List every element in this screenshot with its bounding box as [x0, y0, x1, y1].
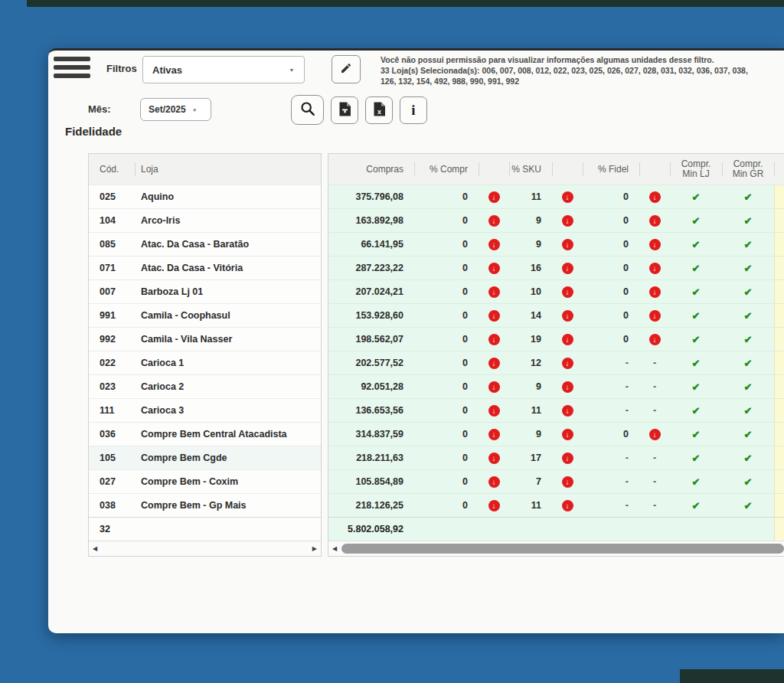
table-row[interactable]: 218.126,250↓11↓--✔✔ [328, 493, 784, 517]
pct-sku-status: ↓ [552, 399, 583, 422]
store-code: 085 [89, 233, 135, 256]
down-indicator-icon: ↓ [488, 263, 500, 274]
table-row[interactable]: 153.928,600↓14↓0↓✔✔ [328, 303, 784, 327]
table-row[interactable]: 022Carioca 1 [89, 351, 321, 374]
store-code: 991 [89, 304, 135, 327]
col-header-loja[interactable]: Loja [135, 154, 321, 185]
table-row[interactable]: 163.892,980↓9↓0↓✔✔ [328, 208, 784, 232]
info-button[interactable]: i [400, 96, 427, 124]
excel-export-button[interactable]: x [365, 96, 393, 124]
table-row[interactable]: 314.837,590↓9↓0↓✔✔ [328, 422, 784, 446]
pct-sku-value: 9 [509, 233, 552, 256]
table-row[interactable]: 085Atac. Da Casa - Baratão [89, 232, 321, 256]
table-row[interactable]: 111Carioca 3 [89, 398, 321, 422]
table-row[interactable]: 92.051,280↓9↓--✔✔ [328, 374, 784, 398]
pct-sku-status: ↓ [552, 351, 583, 374]
table-row[interactable]: 025Aquino [89, 185, 321, 208]
table-row[interactable]: 036Compre Bem Central Atacadista [89, 422, 321, 446]
edit-filter-button[interactable] [332, 55, 361, 83]
scroll-right-arrow-icon[interactable]: ▶ [312, 545, 317, 552]
col-header-pct-fidel[interactable]: % Fidel [583, 154, 639, 185]
check-icon: ✔ [744, 429, 753, 440]
table-row[interactable]: 991Camila - Coophasul [89, 303, 321, 327]
col-header-compr-min-gr[interactable]: Compr. Min GR [722, 154, 774, 185]
check-icon: ✔ [692, 191, 701, 203]
check-icon: ✔ [744, 263, 753, 274]
table-row[interactable]: 105.854,890↓7↓--✔✔ [328, 469, 784, 493]
table-row[interactable]: 104Arco-Iris [89, 208, 321, 232]
search-button[interactable] [291, 95, 324, 125]
pct-fidel-value: 0 [583, 257, 639, 279]
down-indicator-icon: ↓ [649, 239, 661, 250]
table-row[interactable]: 287.223,220↓16↓0↓✔✔ [328, 256, 784, 279]
check-icon: ✔ [744, 310, 753, 322]
table-row[interactable]: 375.796,080↓11↓0↓✔✔ [328, 185, 784, 208]
pct-compr-status: ↓ [479, 233, 509, 256]
col-header-cod[interactable]: Cód. [89, 154, 135, 185]
check-icon: ✔ [744, 191, 753, 203]
down-indicator-icon: ↓ [562, 476, 573, 488]
compras-value: 202.577,52 [328, 351, 414, 374]
store-name: Compre Bem - Gp Mais [135, 494, 321, 517]
pct-fidel-value: - [583, 351, 639, 374]
pct-compr-value: 0 [414, 494, 479, 517]
filter-dropdown[interactable]: Ativas ▼ [142, 56, 305, 83]
table-row[interactable]: 023Carioca 2 [89, 374, 321, 398]
compr-min-gr-cell: ✔ [722, 470, 774, 493]
scrollbar-thumb[interactable] [341, 544, 784, 554]
down-indicator-icon: ↓ [488, 191, 500, 203]
compr-min-gr-cell: ✔ [722, 375, 774, 398]
table-row[interactable]: 136.653,560↓11↓--✔✔ [328, 398, 784, 422]
right-horizontal-scrollbar[interactable]: ◀ [328, 541, 784, 556]
table-footer-right: 5.802.058,92 [328, 517, 784, 541]
col-header-pct-sku[interactable]: % SKU [509, 154, 552, 185]
compr-min-lj-cell: ✔ [670, 185, 722, 208]
down-indicator-icon: ↓ [649, 429, 661, 440]
table-row[interactable]: 66.141,950↓9↓0↓✔✔ [328, 232, 784, 256]
col-header-compras[interactable]: Compras [328, 154, 414, 185]
pct-compr-status: ↓ [479, 209, 509, 232]
month-dropdown[interactable]: Set/2025 ▼ [140, 98, 211, 121]
col-header-compr-min-lj[interactable]: Compr. Min LJ [670, 154, 722, 185]
table-row[interactable]: 105Compre Bem Cgde [89, 446, 321, 469]
compras-value: 153.928,60 [328, 304, 414, 327]
left-horizontal-scrollbar[interactable]: ◀ ▶ [89, 541, 321, 556]
table-row[interactable]: 207.024,210↓10↓0↓✔✔ [328, 279, 784, 303]
hamburger-icon[interactable] [54, 57, 90, 82]
dash-indicator: - [653, 358, 656, 368]
pct-fidel-status: ↓ [639, 328, 670, 351]
col-header-spacer [479, 154, 509, 185]
table-row[interactable]: 218.211,630↓17↓--✔✔ [328, 446, 784, 469]
pct-fidel-value: - [583, 494, 639, 517]
pct-compr-value: 0 [414, 280, 479, 303]
compras-total: 5.802.058,92 [328, 518, 414, 541]
store-code: 071 [89, 257, 135, 279]
row-count: 32 [89, 518, 135, 541]
table-row[interactable]: 992Camila - Vila Nasser [89, 327, 321, 351]
table-row[interactable]: 007Barboza Lj 01 [89, 279, 321, 303]
pdf-export-button[interactable] [331, 96, 358, 124]
pct-sku-status: ↓ [552, 446, 583, 469]
col-header-pct-compr[interactable]: % Compr [414, 154, 479, 185]
pct-sku-status: ↓ [552, 304, 583, 327]
table-row[interactable]: 038Compre Bem - Gp Mais [89, 493, 321, 517]
pct-fidel-value: - [583, 446, 639, 469]
compr-min-gr-cell: ✔ [722, 423, 774, 446]
table-row[interactable]: 202.577,520↓12↓--✔✔ [328, 351, 784, 374]
clipped-column-cell [774, 399, 784, 422]
store-code: 105 [89, 446, 135, 469]
compras-value: 136.653,56 [328, 399, 414, 422]
check-icon: ✔ [692, 334, 701, 345]
down-indicator-icon: ↓ [488, 500, 500, 511]
scroll-left-arrow-icon[interactable]: ◀ [332, 545, 337, 552]
table-left-pane: Cód. Loja 025Aquino104Arco-Iris085Atac. … [88, 153, 322, 557]
table-row[interactable]: 071Atac. Da Casa - Vitória [89, 256, 321, 279]
table-row[interactable]: 027Compre Bem - Coxim [89, 469, 321, 493]
scroll-left-arrow-icon[interactable]: ◀ [93, 545, 97, 552]
table-row[interactable]: 198.562,070↓19↓0↓✔✔ [328, 327, 784, 351]
store-code: 025 [89, 185, 135, 208]
store-name: Camila - Coophasul [135, 304, 321, 327]
pct-compr-status: ↓ [479, 423, 509, 446]
down-indicator-icon: ↓ [562, 358, 573, 369]
check-icon: ✔ [692, 453, 701, 464]
